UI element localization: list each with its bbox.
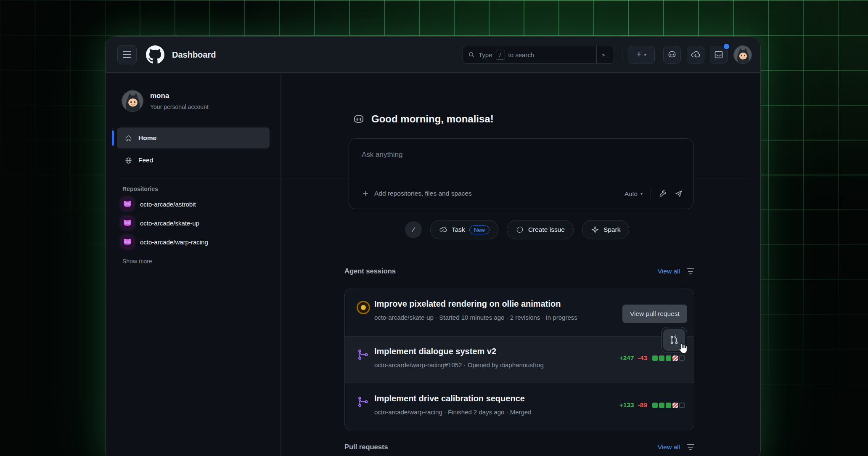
global-search-input[interactable]: Type / to search >_	[463, 46, 614, 64]
task-label: Task	[452, 226, 465, 233]
diff-blocks	[652, 355, 685, 361]
copilot-icon	[352, 113, 365, 126]
git-merge-icon	[357, 348, 370, 362]
spark-button[interactable]: Spark	[582, 220, 630, 239]
git-merge-icon	[357, 395, 370, 409]
deletions: -43	[638, 354, 647, 362]
repo-avatar	[122, 217, 133, 229]
repo-avatar	[122, 198, 133, 210]
show-more-link[interactable]: Show more	[122, 258, 152, 265]
search-placeholder-prefix: Type	[479, 51, 492, 58]
menu-icon	[123, 50, 131, 59]
sidebar-item-label: Feed	[138, 156, 153, 164]
repo-item[interactable]: octo-arcade/warp-racing	[122, 233, 208, 251]
repo-avatar	[122, 236, 133, 248]
agent-sessions-section-header: Agent sessions View all	[344, 267, 694, 275]
copilot-icon	[667, 50, 677, 60]
mona-avatar	[734, 46, 752, 64]
session-meta: octo-arcade/skate-up · Started 10 minute…	[374, 314, 577, 321]
header-divider	[622, 50, 622, 60]
create-issue-button[interactable]: Create issue	[507, 220, 574, 239]
command-palette-icon[interactable]: >_	[596, 46, 614, 63]
view-pull-request-tooltip: View pull request	[622, 305, 687, 323]
active-indicator	[112, 130, 114, 146]
additions: +247	[619, 354, 634, 362]
task-button[interactable]: Task New	[430, 220, 498, 239]
sidebar-item-label: Home	[138, 134, 156, 142]
dashed-circle-icon	[516, 225, 524, 234]
repositories-heading: Repositories	[122, 186, 158, 192]
cloud-agent-icon	[439, 225, 447, 234]
notification-dot	[723, 43, 730, 50]
session-meta: octo-arcarde/warp-racing#1052 · Opened b…	[374, 361, 544, 369]
deletions: -89	[638, 401, 647, 409]
composer-divider	[651, 188, 651, 199]
section-title: Agent sessions	[344, 267, 396, 275]
session-row[interactable]: Implement drive calibration sequence oct…	[345, 384, 694, 430]
composer-toolbar: Add repositories, files and spaces Auto …	[362, 186, 683, 201]
ask-input[interactable]	[349, 139, 693, 181]
agents-button[interactable]	[687, 46, 704, 64]
desktop-background: Dashboard Type / to search >_ + ▾	[0, 0, 868, 456]
greeting-text: Good morning, monalisa!	[371, 113, 494, 125]
github-window: Dashboard Type / to search >_ + ▾	[105, 36, 761, 456]
page-title: Dashboard	[172, 37, 216, 73]
account-description: Your personal account	[150, 103, 209, 110]
pull-requests-section-header: Pull requests View all	[344, 443, 694, 451]
view-all-link[interactable]: View all	[658, 443, 680, 451]
composer-controls: Auto ▾	[625, 188, 683, 199]
composer: Add repositories, files and spaces Auto …	[349, 138, 693, 209]
sidebar-item-home[interactable]: Home	[117, 127, 270, 148]
model-selector[interactable]: Auto ▾	[625, 190, 643, 197]
send-button[interactable]	[674, 189, 683, 198]
repo-name: octo-arcade/warp-racing	[140, 239, 208, 246]
create-new-button[interactable]: + ▾	[628, 46, 655, 64]
tools-button[interactable]	[659, 189, 668, 198]
additions: +133	[619, 401, 634, 409]
in-progress-icon	[357, 301, 370, 314]
caret-down-icon: ▾	[640, 191, 643, 196]
add-context-button[interactable]: Add repositories, files and spaces	[362, 190, 472, 197]
repo-item[interactable]: octo-arcade/skate-up	[122, 214, 199, 232]
section-title: Pull requests	[344, 443, 388, 451]
diff-stats: +247 -43	[619, 354, 685, 362]
cloud-agent-icon	[691, 50, 701, 60]
spark-icon	[591, 225, 599, 234]
diff-stats: +133 -89	[619, 401, 685, 409]
inbox-icon	[714, 50, 724, 60]
session-title: Improve pixelated rendering on ollie ani…	[374, 299, 561, 309]
plus-icon: +	[636, 49, 641, 59]
caret-down-icon: ▾	[644, 53, 646, 57]
filter-icon[interactable]	[687, 268, 694, 274]
sidebar-item-feed[interactable]: Feed	[117, 150, 270, 170]
copilot-button[interactable]	[663, 46, 681, 64]
quick-actions: Task New Create issue Spark	[405, 220, 629, 239]
session-title: Implement drive calibration sequence	[374, 394, 525, 403]
session-row[interactable]: Implement dialogue system v2 octo-arcard…	[345, 336, 694, 383]
repo-item[interactable]: octo-arcade/astrobit	[122, 195, 196, 213]
create-issue-label: Create issue	[528, 226, 565, 233]
add-context-label: Add repositories, files and spaces	[374, 190, 472, 197]
search-icon	[468, 51, 475, 58]
hamburger-button[interactable]	[117, 45, 137, 64]
slash-command-button[interactable]	[405, 221, 422, 238]
session-meta: octo-arcade/warp-racing · Finished 2 day…	[374, 408, 532, 416]
session-title: Implement dialogue system v2	[374, 347, 496, 356]
filter-icon[interactable]	[687, 444, 694, 450]
new-badge: New	[469, 225, 490, 234]
app-header: Dashboard Type / to search >_ + ▾	[106, 37, 760, 73]
model-label: Auto	[625, 190, 638, 197]
github-logo[interactable]	[146, 45, 164, 64]
hand-cursor	[676, 342, 690, 355]
diff-blocks	[652, 403, 685, 408]
globe-icon	[124, 156, 132, 164]
session-row[interactable]: Improve pixelated rendering on ollie ani…	[345, 289, 694, 336]
repo-name: octo-arcade/astrobit	[140, 201, 196, 208]
agent-sessions-card: Improve pixelated rendering on ollie ani…	[344, 289, 694, 430]
account-avatar[interactable]	[122, 90, 143, 112]
user-avatar-button[interactable]	[733, 45, 752, 64]
view-all-link[interactable]: View all	[658, 268, 680, 275]
spark-label: Spark	[603, 226, 621, 233]
slash-icon	[409, 225, 418, 234]
account-name: mona	[150, 92, 169, 100]
